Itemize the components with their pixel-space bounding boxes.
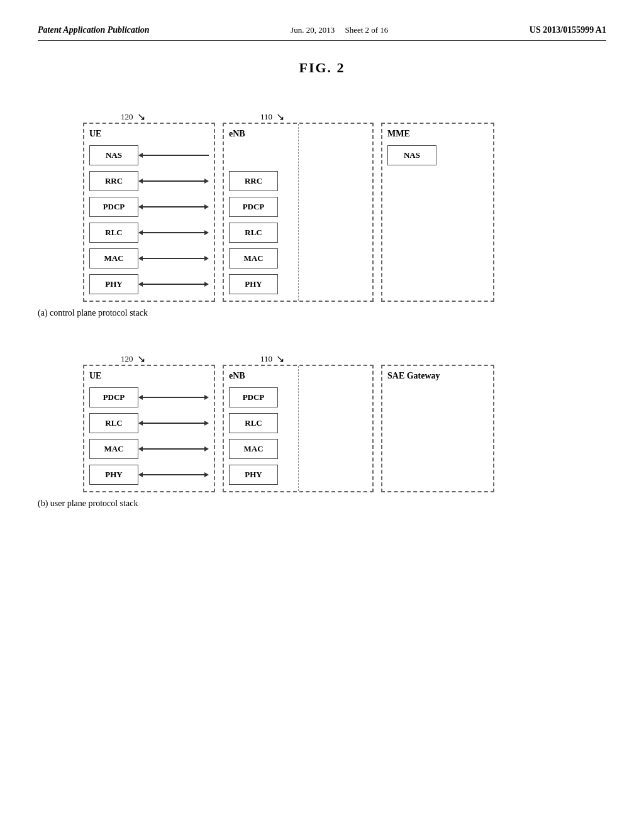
mme-layer-nas-a: NAS <box>387 144 488 167</box>
enb-mac-box-a: MAC <box>229 248 278 268</box>
ref-enb-b: 110 ↘ <box>223 353 374 365</box>
diagram-b-label: (b) user plane protocol stack <box>38 499 606 509</box>
line <box>143 155 209 156</box>
ref-enb-a: 110 ↘ <box>223 111 374 123</box>
ue-nas-box-a: NAS <box>89 145 138 165</box>
entities-b: UE PDCP RLC <box>83 365 561 492</box>
ue-phy-arrow-a <box>138 274 209 294</box>
ue-layer-pdcp-b: PDCP <box>89 386 209 409</box>
arrow-head-l <box>138 421 143 426</box>
arrow-head-l <box>138 472 143 477</box>
ue-label-b: UE <box>89 371 209 381</box>
enb-divider-b <box>298 366 299 491</box>
ue-layers-a: NAS RRC <box>89 144 209 296</box>
ue-rlc-box-b: RLC <box>89 413 138 433</box>
arrow-head-r <box>204 395 209 400</box>
page-header: Patent Application Publication Jun. 20, … <box>38 25 606 41</box>
enb-rlc-box-b: RLC <box>229 413 278 433</box>
enb-box-b: eNB PDCP RLC MAC <box>223 365 374 492</box>
arrow-head-r <box>204 472 209 477</box>
line <box>143 232 204 233</box>
arrow-head-r <box>204 282 209 287</box>
ue-rrc-arrow-a <box>138 171 209 191</box>
mme-box-a: MME NAS <box>381 123 494 302</box>
diagram-a: 120 ↘ 110 ↘ UE NAS <box>38 95 606 318</box>
ue-layer-nas-a: NAS <box>89 144 209 167</box>
ref-ue-b: 120 ↘ <box>83 353 215 365</box>
ue-mac-box-b: MAC <box>89 439 138 459</box>
ue-box-b: UE PDCP RLC <box>83 365 215 492</box>
arrow-head-l <box>138 204 143 209</box>
enb-phy-box-a: PHY <box>229 274 278 294</box>
enb-phy-box-b: PHY <box>229 465 278 485</box>
ue-phy-box-a: PHY <box>89 274 138 294</box>
patent-number: US 2013/0155999 A1 <box>530 25 606 35</box>
ue-pdcp-box-b: PDCP <box>89 387 138 407</box>
arrow-head-r <box>204 179 209 184</box>
arrow-head-r <box>204 421 209 426</box>
ref-110-b-num: 110 <box>260 354 272 364</box>
mme-label-a: MME <box>387 129 488 139</box>
arrow-head-l <box>138 153 143 158</box>
ue-layer-rlc-a: RLC <box>89 221 209 244</box>
mme-layers-a: NAS <box>387 144 488 167</box>
date-sheet: Jun. 20, 2013 Sheet 2 of 16 <box>291 25 388 35</box>
line <box>143 206 204 208</box>
ue-layer-pdcp-a: PDCP <box>89 196 209 218</box>
diagram-b: 120 ↘ 110 ↘ UE PDCP <box>38 337 606 509</box>
arrow-head-l <box>138 395 143 400</box>
ue-rlc-arrow-b <box>138 413 209 433</box>
arrow-head-l <box>138 256 143 261</box>
ue-mac-arrow-a <box>138 248 209 268</box>
line <box>143 397 204 398</box>
ref-110-b: 110 ↘ <box>260 353 374 365</box>
sae-box-b: SAE Gateway <box>381 365 494 492</box>
line <box>143 448 204 450</box>
arrow-head-l <box>138 179 143 184</box>
mme-nas-box-a: NAS <box>387 145 436 165</box>
ref-110-a: 110 ↘ <box>260 111 374 123</box>
ue-mac-box-a: MAC <box>89 248 138 268</box>
arrow-head-l <box>138 230 143 235</box>
line <box>143 180 204 182</box>
enb-pdcp-box-b: PDCP <box>229 387 278 407</box>
page: Patent Application Publication Jun. 20, … <box>0 0 644 830</box>
enb-mac-box-b: MAC <box>229 439 278 459</box>
arrow-head-r <box>204 230 209 235</box>
line <box>143 423 204 424</box>
ue-rlc-box-a: RLC <box>89 223 138 243</box>
arrow-head-l <box>138 446 143 451</box>
figure-title: FIG. 2 <box>38 60 606 76</box>
ue-layers-b: PDCP RLC <box>89 386 209 486</box>
ref-120-a-num: 120 <box>121 112 133 122</box>
ue-layer-rrc-a: RRC <box>89 170 209 192</box>
enb-rrc-box-a: RRC <box>229 171 278 191</box>
line <box>143 258 204 259</box>
ref-ue-a: 120 ↘ <box>83 111 215 123</box>
enb-pdcp-box-a: PDCP <box>229 197 278 217</box>
ue-phy-arrow-b <box>138 465 209 485</box>
publication-label: Patent Application Publication <box>38 25 150 35</box>
ue-pdcp-arrow-b <box>138 387 209 407</box>
ref-120-b: 120 ↘ <box>121 353 215 365</box>
header-center: Jun. 20, 2013 Sheet 2 of 16 <box>291 25 388 35</box>
arrow-head-r <box>204 446 209 451</box>
ue-rlc-arrow-a <box>138 223 209 243</box>
ue-layer-mac-b: MAC <box>89 438 209 460</box>
sae-label-b: SAE Gateway <box>387 371 488 381</box>
ue-pdcp-arrow-a <box>138 197 209 217</box>
entities-a: UE NAS RRC <box>83 123 561 302</box>
ref-120-b-num: 120 <box>121 354 133 364</box>
ue-layer-phy-a: PHY <box>89 273 209 296</box>
ref-120-a: 120 ↘ <box>121 111 215 123</box>
ref-numbers-a: 120 ↘ 110 ↘ <box>83 95 561 123</box>
ue-nas-arrow-a <box>138 145 209 165</box>
ue-layer-rlc-b: RLC <box>89 412 209 434</box>
line <box>143 284 204 285</box>
ue-layer-mac-a: MAC <box>89 247 209 270</box>
ue-layer-phy-b: PHY <box>89 463 209 486</box>
ref-110-a-num: 110 <box>260 112 272 122</box>
ref-numbers-b: 120 ↘ 110 ↘ <box>83 337 561 365</box>
arrow-head-r <box>204 204 209 209</box>
ue-mac-arrow-b <box>138 439 209 459</box>
